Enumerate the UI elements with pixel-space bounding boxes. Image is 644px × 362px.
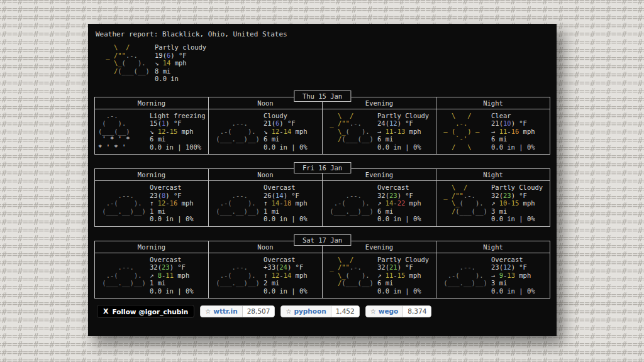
weather-cell: .--. .-( ). (___.__)__) Overcast 26(14) … <box>209 181 323 226</box>
weather-art: \ / _ /"".-. \_( ). /(___(__) <box>440 184 491 223</box>
x-logo-icon: X <box>103 307 108 315</box>
github-star-badge-wego[interactable]: ☆wego8,374 <box>365 305 432 317</box>
period-header: Morning <box>95 97 209 109</box>
weather-cell: \ / _ /"".-. \_( ). /(___(__) Partly Clo… <box>436 181 550 226</box>
weather-cell: .--. .-( ). (___.__)__) Overcast 32(23) … <box>95 253 209 299</box>
weather-details: Light freezing 15(1) °F ↘ 12-15 mph 6 mi… <box>150 112 207 151</box>
weather-cell: .--. .-( ). (___.__)__) Overcast 23(8) °… <box>95 181 209 226</box>
weather-details: Overcast 26(14) °F ↑ 14-18 mph 1 mi 0.0 … <box>264 184 321 223</box>
weather-details: Overcast 23(8) °F ↑ 12-16 mph 1 mi 0.0 i… <box>150 184 207 223</box>
star-icon: ☆ <box>370 309 376 315</box>
day-forecast-table: Fri 16 JanMorningNoonEveningNight .--. .… <box>94 168 550 227</box>
weather-cell: .--. .-( ). (___.__)__) Cloudy 21(6) °F … <box>209 109 323 155</box>
badge-star-count: 1,452 <box>331 306 359 317</box>
weather-art: \ / .-. – ( ) – `-' / \ <box>440 112 491 151</box>
period-header: Night <box>436 241 550 253</box>
github-star-badge-wttr.in[interactable]: ☆wttr.in28,507 <box>200 305 275 317</box>
weather-details: Overcast 32(23) °F ↗ 14-22 mph 6 mi 0.0 … <box>377 184 435 223</box>
badge-star-count: 28,507 <box>243 306 275 317</box>
day-forecast-table: Thu 15 JanMorningNoonEveningNight .-. ( … <box>94 97 550 155</box>
weather-cell: .--. .-( ). (___.__)__) Overcast 23(12) … <box>436 253 550 299</box>
weather-details: Overcast +33(24) °F ↑ 12-14 mph 2 mi 0.0… <box>264 256 321 295</box>
day-label: Fri 16 Jan <box>294 162 351 173</box>
terminal-window: Weather report: Blacklick, Ohio, United … <box>88 24 557 336</box>
weather-details: Overcast 32(23) °F ↗ 8-11 mph 1 mi 0.0 i… <box>150 256 207 295</box>
follow-label: Follow @igor_chubin <box>112 308 188 315</box>
forecast-days: Thu 15 JanMorningNoonEveningNight .-. ( … <box>94 97 550 299</box>
badge-repo-name: wego <box>379 308 399 315</box>
current-weather-details: Partly cloudy 19(6) °F ↘ 14 mph 8 mi 0.0… <box>155 43 206 83</box>
star-icon: ☆ <box>205 309 211 315</box>
day-forecast-table: Sat 17 JanMorningNoonEveningNight .--. .… <box>94 241 550 299</box>
weather-cell: \ / .-. – ( ) – `-' / \Clear 21(10) °F →… <box>436 109 550 155</box>
follow-badge[interactable]: X Follow @igor_chubin <box>97 305 194 318</box>
period-header: Morning <box>95 169 209 180</box>
period-header: Morning <box>95 241 209 253</box>
weather-art: \ / _ /"".-. \_( ). /(___(__) <box>326 256 377 295</box>
weather-art: .--. .-( ). (___.__)__) <box>326 184 377 223</box>
weather-art: .--. .-( ). (___.__)__) <box>212 184 264 223</box>
weather-details: Partly Cloudy 32(21) °F ↗ 11-15 mph 6 mi… <box>377 256 435 295</box>
weather-art: .--. .-( ). (___.__)__) <box>212 112 264 151</box>
weather-details: Partly Cloudy 32(23) °F ↗ 10-15 mph 3 mi… <box>491 184 548 223</box>
star-icon: ☆ <box>286 309 291 315</box>
weather-details: Overcast 23(12) °F → 9-13 mph 3 mi 0.0 i… <box>491 256 548 295</box>
github-star-badge-pyphoon[interactable]: ☆pyphoon1,452 <box>280 305 359 317</box>
badge-star-count: 8,374 <box>403 306 431 317</box>
badge-repo-name: wttr.in <box>213 308 237 315</box>
day-label: Sat 17 Jan <box>294 234 351 246</box>
weather-cell: .--. .-( ). (___.__)__) Overcast 32(23) … <box>323 181 436 226</box>
weather-art: .--. .-( ). (___.__)__) <box>212 256 264 295</box>
weather-cell: .-. ( ). (___(__) ' * ' * * ' * 'Light f… <box>95 109 209 155</box>
period-header: Night <box>436 97 550 109</box>
current-conditions: \ / _ /"".-. \_( ). /(___(__) Partly clo… <box>102 43 550 83</box>
footer: X Follow @igor_chubin ☆wttr.in28,507☆pyp… <box>97 305 550 318</box>
weather-art: .-. ( ). (___(__) ' * ' * * ' * ' <box>98 112 150 151</box>
weather-details: Partly Cloudy 24(12) °F → 11-13 mph 6 mi… <box>377 112 435 151</box>
day-label: Thu 15 Jan <box>294 90 351 102</box>
github-badges: ☆wttr.in28,507☆pyphoon1,452☆wego8,374 <box>200 305 431 317</box>
weather-art: .--. .-( ). (___.__)__) <box>98 256 150 295</box>
badge-repo-name: pyphoon <box>294 308 326 315</box>
weather-cell: .--. .-( ). (___.__)__) Overcast +33(24)… <box>209 253 323 299</box>
report-title: Weather report: Blacklick, Ohio, United … <box>96 30 550 38</box>
weather-details: Clear 21(10) °F → 11-16 mph 6 mi 0.0 in … <box>491 112 548 151</box>
weather-cell: \ / _ /"".-. \_( ). /(___(__) Partly Clo… <box>323 109 436 155</box>
current-weather-art: \ / _ /"".-. \_( ). /(___(__) <box>102 43 155 83</box>
weather-art: \ / _ /"".-. \_( ). /(___(__) <box>326 112 377 151</box>
weather-cell: \ / _ /"".-. \_( ). /(___(__) Partly Clo… <box>323 253 436 299</box>
weather-art: .--. .-( ). (___.__)__) <box>98 184 150 223</box>
period-header: Night <box>436 169 550 180</box>
weather-details: Cloudy 21(6) °F ↘ 12-14 mph 6 mi 0.0 in … <box>264 112 321 151</box>
weather-art: .--. .-( ). (___.__)__) <box>440 256 491 295</box>
